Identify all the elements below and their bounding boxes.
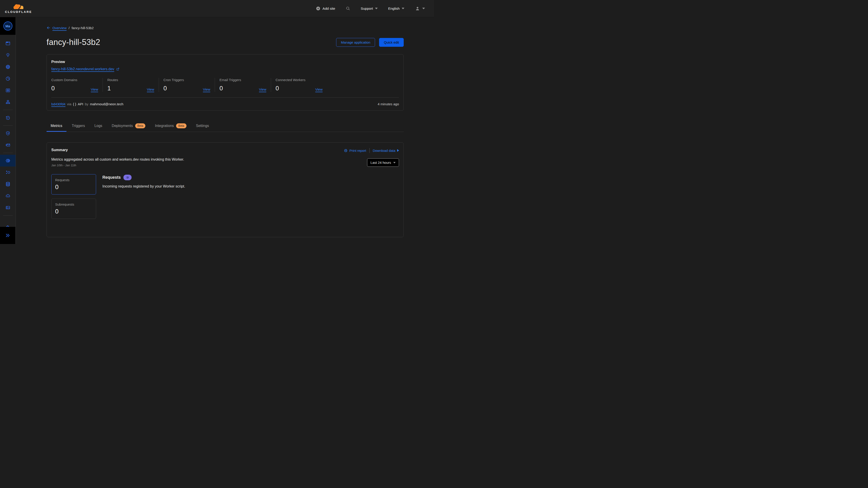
stat-value: 0 <box>219 85 223 92</box>
network-tree-icon <box>5 99 11 105</box>
add-site-button[interactable]: Add site <box>316 6 335 11</box>
sidebar-item-security-vault[interactable] <box>0 85 16 96</box>
sidebar-item-databases[interactable] <box>0 178 16 190</box>
tab-label: Logs <box>94 124 102 128</box>
account-menu[interactable] <box>415 6 425 11</box>
tab-label: Integrations <box>155 124 174 128</box>
metric-value: 0 <box>55 208 92 215</box>
summary-date-range: Jan 10th - Jan 11th <box>51 164 184 167</box>
stat-label: Cron Triggers <box>163 78 210 82</box>
summary-heading: Summary <box>51 148 68 152</box>
view-link[interactable]: View <box>259 88 266 91</box>
sidebar-collapse-button[interactable] <box>0 227 16 244</box>
sidebar-item-ai[interactable] <box>0 166 16 178</box>
docs-badge[interactable] <box>123 175 131 180</box>
page-actions: Manage application Quick edit <box>336 38 404 47</box>
tab-label: Metrics <box>51 124 62 128</box>
download-data-link[interactable]: Download data <box>373 149 399 153</box>
sidebar-divider <box>3 215 13 216</box>
breadcrumb-back-link[interactable]: Overview <box>46 26 67 30</box>
sidebar-item-domains[interactable] <box>0 61 16 73</box>
language-label: English <box>388 6 400 11</box>
top-bar: CLOUDFLARE Add site Support English <box>0 0 434 17</box>
tab-logs[interactable]: Logs <box>90 121 106 132</box>
view-link[interactable]: View <box>315 88 322 91</box>
sidebar-item-websites[interactable] <box>0 37 16 49</box>
breadcrumb-back-label: Overview <box>53 26 67 30</box>
preview-url-link[interactable]: fancy-hill-53b2.neondevrel.workers.dev <box>51 67 114 71</box>
collapse-chevrons-icon <box>5 232 11 238</box>
tab-settings[interactable]: Settings <box>192 121 213 132</box>
tab-metrics[interactable]: Metrics <box>46 121 66 132</box>
version-id-link[interactable]: bd430fd4 <box>51 102 66 106</box>
sidebar-item-stream[interactable] <box>0 190 16 202</box>
sidebar-divider <box>3 153 13 153</box>
breadcrumb-separator: / <box>69 26 70 30</box>
stat-value: 0 <box>51 85 55 92</box>
tab-triggers[interactable]: Triggers <box>68 121 89 132</box>
view-link[interactable]: View <box>91 88 98 91</box>
beta-badge: Beta <box>176 123 186 128</box>
support-label: Support <box>361 6 373 11</box>
avatar-section: Ma <box>0 17 16 35</box>
tab-deployments[interactable]: Deployments Beta <box>107 121 149 132</box>
preview-card: Preview fancy-hill-53b2.neondevrel.worke… <box>46 54 404 111</box>
tab-label: Deployments <box>112 124 133 128</box>
stat-custom-domains: Custom Domains 0 View <box>51 78 103 92</box>
sidebar-item-discover[interactable] <box>0 49 16 61</box>
code-braces-icon: { } <box>73 102 76 106</box>
metric-card-subrequests[interactable]: Subrequests 0 <box>51 199 96 219</box>
support-menu[interactable]: Support <box>361 6 378 11</box>
sidebar-item-zero-trust[interactable] <box>0 127 16 139</box>
quick-edit-button[interactable]: Quick edit <box>379 38 404 47</box>
domains-globe-icon <box>5 64 11 70</box>
version-row: bd430fd4 via { } API by mahmoud@neon.tec… <box>51 97 399 106</box>
sidebar-item-activity-history[interactable] <box>0 112 16 124</box>
stat-label: Custom Domains <box>51 78 98 82</box>
tab-label: Triggers <box>72 124 85 128</box>
images-icon <box>5 205 11 210</box>
stat-value: 0 <box>276 85 279 92</box>
stat-routes: Routes 1 View <box>103 78 159 92</box>
time-range-select[interactable]: Last 24 hours <box>367 158 399 167</box>
language-menu[interactable]: English <box>388 6 404 11</box>
main-content: Overview / fancy-hill-53b2 fancy-hill-53… <box>16 17 434 244</box>
summary-card: Summary Print report Download data Metri… <box>46 142 404 237</box>
sidebar-item-settings[interactable] <box>0 224 16 227</box>
sidebar-item-images[interactable] <box>0 202 16 214</box>
sidebar-item-analytics[interactable] <box>0 73 16 85</box>
cloudflare-logo[interactable]: CLOUDFLARE <box>5 3 32 13</box>
ai-sparkles-icon <box>5 170 11 175</box>
search-button[interactable] <box>346 6 350 11</box>
tab-integrations[interactable]: Integrations Beta <box>151 121 190 132</box>
page-header: fancy-hill-53b2 Manage application Quick… <box>46 37 404 47</box>
sidebar-divider <box>3 110 13 110</box>
cloudflare-wordmark: CLOUDFLARE <box>5 10 32 13</box>
add-site-label: Add site <box>322 6 335 11</box>
metric-value: 0 <box>55 184 92 191</box>
preview-stats: Custom Domains 0 View Routes 1 View Cron… <box>51 78 399 92</box>
arrow-left-icon <box>46 26 51 30</box>
tab-label: Settings <box>196 124 209 128</box>
discover-bulb-icon <box>5 53 11 58</box>
sidebar-item-network[interactable] <box>0 96 16 108</box>
time-range-value: Last 24 hours <box>370 161 391 164</box>
account-avatar[interactable]: Ma <box>3 22 12 31</box>
external-link-icon <box>116 67 120 71</box>
metric-selector-column: Requests 0 Subrequests 0 <box>51 174 96 219</box>
view-link[interactable]: View <box>147 88 154 91</box>
stat-value: 0 <box>163 85 167 92</box>
metric-card-requests[interactable]: Requests 0 <box>51 174 96 195</box>
metric-detail-heading: Requests <box>102 175 121 180</box>
metric-detail: Requests Incoming requests registered by… <box>102 174 185 219</box>
download-data-label: Download data <box>373 149 395 153</box>
version-method: API <box>78 102 83 106</box>
stat-value: 1 <box>107 85 111 92</box>
manage-application-button[interactable]: Manage application <box>336 38 375 47</box>
page-title: fancy-hill-53b2 <box>46 37 100 47</box>
metric-label: Requests <box>55 178 92 182</box>
sidebar-item-email[interactable] <box>0 139 16 151</box>
sidebar-item-workers[interactable] <box>0 155 16 166</box>
print-report-link[interactable]: Print report <box>344 149 366 153</box>
view-link[interactable]: View <box>203 88 210 91</box>
